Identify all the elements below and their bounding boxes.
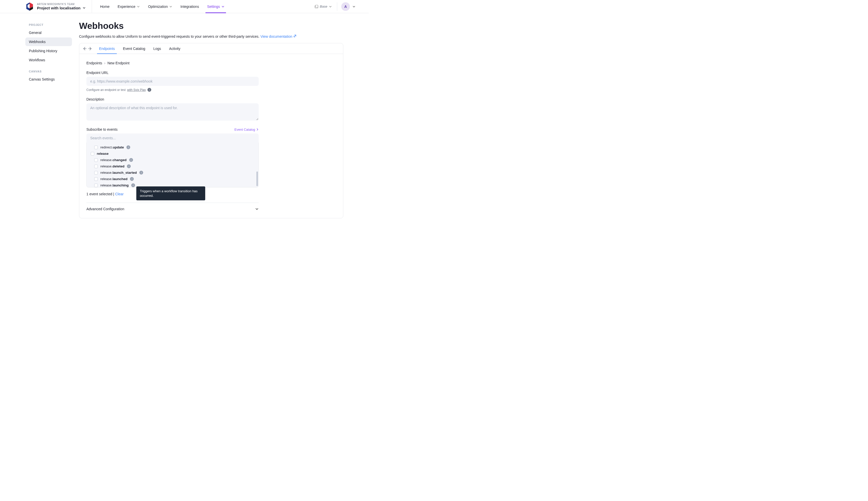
sidebar-item-canvas-settings[interactable]: Canvas Settings: [25, 75, 72, 84]
event-name-label: release.changed: [100, 158, 127, 162]
selection-count: 1 event selected | Clear Triggers when a…: [86, 188, 259, 196]
event-row[interactable]: release.launch_startedi: [88, 169, 256, 176]
event-name-label: redirect.update: [100, 146, 124, 149]
chevron-down-icon: [221, 5, 224, 8]
event-name-label: release.launching: [100, 183, 129, 187]
event-checkbox[interactable]: [94, 171, 98, 174]
events-scroll[interactable]: redirect.updateireleaserelease.changedir…: [87, 142, 258, 187]
panel-tabs: Endpoints Event Catalog Logs Activity: [79, 43, 343, 54]
advanced-configuration-toggle[interactable]: Advanced Configuration: [86, 203, 259, 211]
back-arrow-icon[interactable]: [82, 46, 87, 51]
sidebar-item-webhooks[interactable]: Webhooks: [25, 38, 72, 46]
event-row[interactable]: release.deletedi: [88, 163, 256, 169]
sidebar-item-general[interactable]: General: [25, 28, 72, 37]
info-icon[interactable]: i: [147, 88, 151, 92]
chevron-down-icon: [329, 5, 332, 8]
tab-activity[interactable]: Activity: [166, 43, 184, 54]
team-name: ARTEM MIROSHNYK'S TEAM: [37, 3, 86, 6]
endpoint-url-hint: Configure an endpoint or test with Svix …: [86, 88, 336, 92]
sidebar-section-project: PROJECT: [25, 21, 72, 28]
avatar[interactable]: A: [341, 2, 350, 11]
breadcrumb-parent[interactable]: Endpoints: [86, 61, 102, 65]
project-selector[interactable]: Project with localisation: [37, 6, 86, 10]
event-checkbox[interactable]: [94, 184, 98, 187]
nav-experience[interactable]: Experience: [114, 0, 144, 13]
webhooks-panel: Endpoints Event Catalog Logs Activity En…: [79, 43, 343, 218]
main-content: Webhooks Configure webhooks to allow Uni…: [79, 21, 343, 218]
info-icon[interactable]: i: [131, 183, 135, 187]
event-row[interactable]: release: [88, 150, 256, 157]
event-name-label: release.deleted: [100, 164, 124, 168]
sidebar-section-canvas: CANVAS: [25, 67, 72, 75]
page-description: Configure webhooks to allow Uniform to s…: [79, 34, 343, 39]
sidebar: PROJECT General Webhooks Publishing Hist…: [25, 21, 72, 218]
search-events-input[interactable]: [86, 134, 259, 142]
chevron-down-icon: [169, 5, 172, 8]
scrollbar-thumb[interactable]: [256, 171, 258, 186]
layers-icon: [315, 5, 318, 8]
event-row[interactable]: release.changedi: [88, 157, 256, 163]
breadcrumb-current: New Endpoint: [107, 61, 129, 65]
endpoint-url-label: Endpoint URL: [86, 71, 336, 75]
chevron-down-icon[interactable]: [352, 5, 356, 8]
chevron-down-icon: [137, 5, 140, 8]
info-icon[interactable]: i: [126, 146, 130, 149]
description-label: Description: [86, 97, 336, 101]
environment-selector[interactable]: Base: [315, 2, 337, 11]
event-checkbox[interactable]: [91, 152, 94, 156]
info-icon[interactable]: i: [127, 164, 131, 168]
event-row[interactable]: release.launchedi: [88, 176, 256, 182]
event-checkbox[interactable]: [94, 177, 98, 181]
top-bar: ARTEM MIROSHNYK'S TEAM Project with loca…: [0, 0, 369, 13]
svix-play-link[interactable]: with Svix Play: [127, 88, 146, 92]
event-checkbox[interactable]: [94, 146, 98, 149]
logo-icon: [25, 2, 34, 11]
nav-settings[interactable]: Settings: [203, 0, 229, 13]
page-title: Webhooks: [79, 21, 343, 31]
breadcrumb: Endpoints › New Endpoint: [86, 61, 336, 65]
sidebar-item-publishing-history[interactable]: Publishing History: [25, 46, 72, 55]
event-name-label: release.launch_started: [100, 171, 137, 174]
event-checkbox[interactable]: [94, 158, 98, 162]
main-nav: Home Experience Optimization Integration…: [92, 0, 229, 13]
subscribe-label: Subscribe to events: [86, 127, 118, 131]
clear-selection-link[interactable]: Clear: [115, 192, 123, 196]
chevron-right-icon: [256, 128, 259, 131]
info-icon[interactable]: i: [130, 177, 134, 181]
nav-integrations[interactable]: Integrations: [176, 0, 203, 13]
events-list: redirect.updateireleaserelease.changedir…: [86, 142, 259, 188]
event-name-label: release: [97, 152, 109, 156]
tab-event-catalog[interactable]: Event Catalog: [119, 43, 149, 54]
chevron-down-icon: [255, 207, 259, 211]
forward-arrow-icon[interactable]: [88, 46, 93, 51]
info-icon[interactable]: i: [129, 158, 133, 162]
event-row[interactable]: redirect.updatei: [88, 144, 256, 150]
sidebar-item-workflows[interactable]: Workflows: [25, 56, 72, 64]
external-link-icon: [293, 34, 296, 38]
tab-logs[interactable]: Logs: [150, 43, 165, 54]
description-input[interactable]: [86, 103, 259, 120]
nav-home[interactable]: Home: [96, 0, 114, 13]
nav-optimization[interactable]: Optimization: [144, 0, 176, 13]
event-name-label: release.launched: [100, 177, 127, 181]
svg-rect-1: [315, 5, 318, 7]
event-checkbox[interactable]: [94, 164, 98, 168]
brand-block[interactable]: ARTEM MIROSHNYK'S TEAM Project with loca…: [0, 0, 92, 13]
event-tooltip: Triggers when a workflow transition has …: [136, 186, 205, 200]
endpoint-url-input[interactable]: [86, 77, 259, 86]
view-documentation-link[interactable]: View documentation: [261, 34, 296, 39]
tab-endpoints[interactable]: Endpoints: [96, 43, 118, 54]
chevron-right-icon: ›: [104, 61, 105, 65]
chevron-down-icon: [83, 6, 86, 9]
info-icon[interactable]: i: [139, 171, 143, 174]
event-catalog-link[interactable]: Event Catalog: [234, 128, 259, 131]
